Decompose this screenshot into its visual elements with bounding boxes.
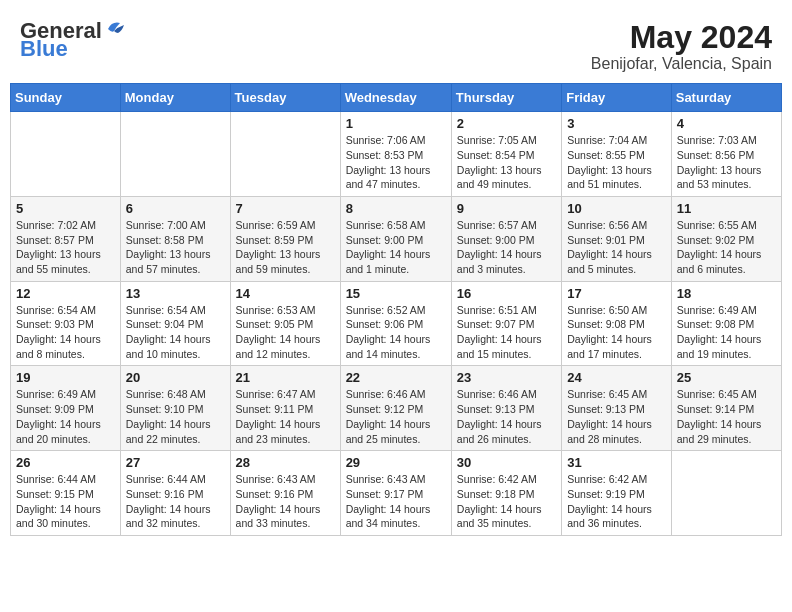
weekday-header-wednesday: Wednesday [340,84,451,112]
calendar-cell: 23Sunrise: 6:46 AM Sunset: 9:13 PM Dayli… [451,366,561,451]
day-info: Sunrise: 6:42 AM Sunset: 9:18 PM Dayligh… [457,472,556,531]
day-number: 19 [16,370,115,385]
day-info: Sunrise: 6:56 AM Sunset: 9:01 PM Dayligh… [567,218,666,277]
month-title: May 2024 [591,20,772,55]
calendar-cell [11,112,121,197]
week-row-0: 1Sunrise: 7:06 AM Sunset: 8:53 PM Daylig… [11,112,782,197]
day-number: 26 [16,455,115,470]
weekday-header-saturday: Saturday [671,84,781,112]
calendar-cell: 11Sunrise: 6:55 AM Sunset: 9:02 PM Dayli… [671,196,781,281]
calendar-cell: 3Sunrise: 7:04 AM Sunset: 8:55 PM Daylig… [562,112,672,197]
day-number: 28 [236,455,335,470]
day-number: 12 [16,286,115,301]
weekday-header-thursday: Thursday [451,84,561,112]
day-number: 8 [346,201,446,216]
day-number: 21 [236,370,335,385]
calendar-cell: 25Sunrise: 6:45 AM Sunset: 9:14 PM Dayli… [671,366,781,451]
day-info: Sunrise: 7:00 AM Sunset: 8:58 PM Dayligh… [126,218,225,277]
calendar-cell: 13Sunrise: 6:54 AM Sunset: 9:04 PM Dayli… [120,281,230,366]
day-info: Sunrise: 6:43 AM Sunset: 9:17 PM Dayligh… [346,472,446,531]
calendar-cell: 9Sunrise: 6:57 AM Sunset: 9:00 PM Daylig… [451,196,561,281]
day-info: Sunrise: 6:42 AM Sunset: 9:19 PM Dayligh… [567,472,666,531]
calendar-cell: 22Sunrise: 6:46 AM Sunset: 9:12 PM Dayli… [340,366,451,451]
day-info: Sunrise: 6:47 AM Sunset: 9:11 PM Dayligh… [236,387,335,446]
logo-blue: Blue [20,38,68,60]
day-number: 30 [457,455,556,470]
day-info: Sunrise: 7:05 AM Sunset: 8:54 PM Dayligh… [457,133,556,192]
calendar-cell [230,112,340,197]
day-info: Sunrise: 6:48 AM Sunset: 9:10 PM Dayligh… [126,387,225,446]
day-number: 7 [236,201,335,216]
logo: General Blue [20,20,126,60]
day-info: Sunrise: 6:57 AM Sunset: 9:00 PM Dayligh… [457,218,556,277]
location-title: Benijofar, Valencia, Spain [591,55,772,73]
day-number: 2 [457,116,556,131]
calendar-cell: 18Sunrise: 6:49 AM Sunset: 9:08 PM Dayli… [671,281,781,366]
day-number: 18 [677,286,776,301]
day-number: 20 [126,370,225,385]
day-info: Sunrise: 7:06 AM Sunset: 8:53 PM Dayligh… [346,133,446,192]
day-number: 16 [457,286,556,301]
calendar-cell: 8Sunrise: 6:58 AM Sunset: 9:00 PM Daylig… [340,196,451,281]
day-number: 10 [567,201,666,216]
calendar-cell: 20Sunrise: 6:48 AM Sunset: 9:10 PM Dayli… [120,366,230,451]
day-number: 24 [567,370,666,385]
day-info: Sunrise: 6:44 AM Sunset: 9:16 PM Dayligh… [126,472,225,531]
week-row-2: 12Sunrise: 6:54 AM Sunset: 9:03 PM Dayli… [11,281,782,366]
header: General Blue May 2024 Benijofar, Valenci… [10,10,782,78]
calendar-cell: 28Sunrise: 6:43 AM Sunset: 9:16 PM Dayli… [230,451,340,536]
day-number: 25 [677,370,776,385]
calendar-cell: 14Sunrise: 6:53 AM Sunset: 9:05 PM Dayli… [230,281,340,366]
day-info: Sunrise: 6:44 AM Sunset: 9:15 PM Dayligh… [16,472,115,531]
calendar-cell: 7Sunrise: 6:59 AM Sunset: 8:59 PM Daylig… [230,196,340,281]
day-info: Sunrise: 7:04 AM Sunset: 8:55 PM Dayligh… [567,133,666,192]
day-number: 15 [346,286,446,301]
day-number: 13 [126,286,225,301]
calendar-cell: 29Sunrise: 6:43 AM Sunset: 9:17 PM Dayli… [340,451,451,536]
calendar-cell: 17Sunrise: 6:50 AM Sunset: 9:08 PM Dayli… [562,281,672,366]
calendar-cell: 30Sunrise: 6:42 AM Sunset: 9:18 PM Dayli… [451,451,561,536]
day-number: 1 [346,116,446,131]
calendar-cell: 24Sunrise: 6:45 AM Sunset: 9:13 PM Dayli… [562,366,672,451]
day-number: 5 [16,201,115,216]
calendar-cell: 16Sunrise: 6:51 AM Sunset: 9:07 PM Dayli… [451,281,561,366]
calendar-cell: 2Sunrise: 7:05 AM Sunset: 8:54 PM Daylig… [451,112,561,197]
day-info: Sunrise: 6:45 AM Sunset: 9:13 PM Dayligh… [567,387,666,446]
day-info: Sunrise: 6:46 AM Sunset: 9:12 PM Dayligh… [346,387,446,446]
calendar-cell: 6Sunrise: 7:00 AM Sunset: 8:58 PM Daylig… [120,196,230,281]
calendar-cell: 21Sunrise: 6:47 AM Sunset: 9:11 PM Dayli… [230,366,340,451]
day-number: 17 [567,286,666,301]
day-number: 6 [126,201,225,216]
calendar-cell: 1Sunrise: 7:06 AM Sunset: 8:53 PM Daylig… [340,112,451,197]
day-info: Sunrise: 6:49 AM Sunset: 9:08 PM Dayligh… [677,303,776,362]
calendar-cell [671,451,781,536]
day-info: Sunrise: 6:50 AM Sunset: 9:08 PM Dayligh… [567,303,666,362]
weekday-header-monday: Monday [120,84,230,112]
day-number: 22 [346,370,446,385]
week-row-3: 19Sunrise: 6:49 AM Sunset: 9:09 PM Dayli… [11,366,782,451]
weekday-header-friday: Friday [562,84,672,112]
day-number: 27 [126,455,225,470]
calendar-cell: 27Sunrise: 6:44 AM Sunset: 9:16 PM Dayli… [120,451,230,536]
calendar: SundayMondayTuesdayWednesdayThursdayFrid… [10,83,782,536]
logo-bird-icon [104,19,126,39]
calendar-cell: 5Sunrise: 7:02 AM Sunset: 8:57 PM Daylig… [11,196,121,281]
calendar-cell: 26Sunrise: 6:44 AM Sunset: 9:15 PM Dayli… [11,451,121,536]
weekday-header-sunday: Sunday [11,84,121,112]
day-info: Sunrise: 6:43 AM Sunset: 9:16 PM Dayligh… [236,472,335,531]
day-info: Sunrise: 6:58 AM Sunset: 9:00 PM Dayligh… [346,218,446,277]
day-info: Sunrise: 6:53 AM Sunset: 9:05 PM Dayligh… [236,303,335,362]
day-number: 23 [457,370,556,385]
weekday-header-tuesday: Tuesday [230,84,340,112]
day-number: 9 [457,201,556,216]
calendar-cell: 12Sunrise: 6:54 AM Sunset: 9:03 PM Dayli… [11,281,121,366]
day-number: 3 [567,116,666,131]
week-row-4: 26Sunrise: 6:44 AM Sunset: 9:15 PM Dayli… [11,451,782,536]
day-number: 14 [236,286,335,301]
calendar-cell: 31Sunrise: 6:42 AM Sunset: 9:19 PM Dayli… [562,451,672,536]
day-info: Sunrise: 7:03 AM Sunset: 8:56 PM Dayligh… [677,133,776,192]
day-info: Sunrise: 6:45 AM Sunset: 9:14 PM Dayligh… [677,387,776,446]
day-info: Sunrise: 6:52 AM Sunset: 9:06 PM Dayligh… [346,303,446,362]
calendar-cell: 15Sunrise: 6:52 AM Sunset: 9:06 PM Dayli… [340,281,451,366]
calendar-cell: 4Sunrise: 7:03 AM Sunset: 8:56 PM Daylig… [671,112,781,197]
